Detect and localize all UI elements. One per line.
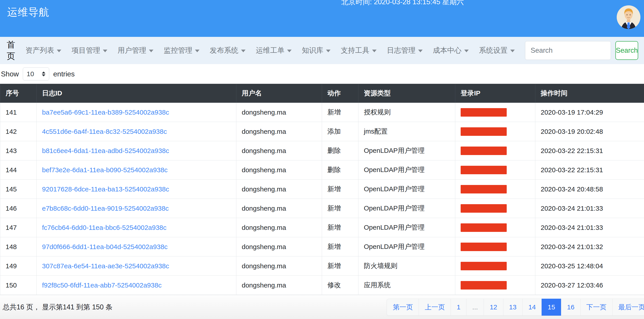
cell-time: 2020-03-19 17:04:29: [535, 103, 644, 122]
ip-redaction-block: [461, 281, 507, 290]
page-button[interactable]: ...: [466, 299, 484, 316]
cell-log-id: f92f8c50-6fdf-11ea-abb7-5254002a938c: [37, 276, 236, 295]
ip-redaction-block: [461, 223, 507, 232]
cell-action: 添加: [322, 122, 358, 141]
chevron-down-icon: [372, 50, 376, 52]
nav-item-6[interactable]: 知识库: [302, 45, 330, 55]
cell-resource: 授权规则: [358, 103, 455, 122]
cell-resource: 防火墙规则: [358, 257, 455, 276]
cell-action: 删除: [322, 160, 358, 180]
page-button[interactable]: 第一页: [386, 299, 419, 316]
nav-item-home[interactable]: 首页: [7, 39, 15, 62]
cell-user: dongsheng.ma: [236, 276, 322, 295]
cell-action: 新增: [322, 257, 358, 276]
log-id-link[interactable]: 97d0f666-6dd1-11ea-b04d-5254002a938c: [42, 243, 168, 250]
table-row: 149 307c87ea-6e54-11ea-ae3e-5254002a938c…: [0, 257, 644, 276]
cell-user: dongsheng.ma: [236, 160, 322, 180]
nav-item-0[interactable]: 资产列表: [26, 45, 61, 55]
chevron-down-icon: [57, 50, 61, 52]
nav-item-4[interactable]: 发布系统: [210, 45, 246, 55]
log-table-header: 序号日志ID用户名动作资源类型登录IP操作时间: [0, 84, 644, 103]
page-button[interactable]: 12: [484, 299, 503, 316]
page-button[interactable]: 16: [561, 299, 580, 316]
cell-log-id: 4c551d6e-6a4f-11ea-8c32-5254002a938c: [37, 122, 236, 141]
cell-log-id: fc76cb64-6dd0-11ea-bbc6-5254002a938c: [37, 218, 236, 237]
ip-redaction-block: [461, 204, 507, 213]
nav-item-10[interactable]: 系统设置: [479, 45, 515, 55]
table-row: 146 e7b8c68c-6dd0-11ea-9019-5254002a938c…: [0, 199, 644, 218]
nav-item-7[interactable]: 支持工具: [341, 45, 376, 55]
table-row: 143 b81c6ee4-6da1-11ea-adbd-5254002a938c…: [0, 141, 644, 160]
cell-resource: jms配置: [358, 122, 455, 141]
user-avatar[interactable]: [617, 5, 640, 29]
ip-redaction-block: [461, 166, 507, 174]
search-button[interactable]: Search: [616, 41, 638, 60]
page-button[interactable]: 13: [503, 299, 522, 316]
page-button[interactable]: 1: [450, 299, 466, 316]
pagination-summary: 总共16 页， 显示第141 到第 150 条: [0, 303, 112, 312]
nav-item-8[interactable]: 日志管理: [387, 45, 422, 55]
search-input[interactable]: [525, 41, 611, 60]
cell-seq: 150: [0, 276, 37, 295]
table-row: 141 ba7ee5a6-69c1-11ea-b389-5254002a938c…: [0, 103, 644, 122]
nav-item-1[interactable]: 项目管理: [72, 45, 107, 55]
chevron-down-icon: [326, 50, 330, 52]
log-id-link[interactable]: 4c551d6e-6a4f-11ea-8c32-5254002a938c: [42, 128, 167, 135]
top-header: 运维导航 北京时间: 2020-03-28 13:15:45 星期六: [0, 0, 644, 37]
cell-resource: OpenLDAP用户管理: [358, 160, 455, 180]
log-id-link[interactable]: e7b8c68c-6dd0-11ea-9019-5254002a938c: [42, 205, 169, 212]
page-button[interactable]: 上一页: [418, 299, 451, 316]
nav-menus: 资产列表 项目管理 用户管理 监控管理 发布系统 运维工单 知识库 支持工具 日…: [26, 45, 525, 55]
table-row: 145 92017628-6dce-11ea-ba13-5254002a938c…: [0, 180, 644, 199]
log-id-link[interactable]: 92017628-6dce-11ea-ba13-5254002a938c: [42, 185, 169, 193]
nav-item-3[interactable]: 监控管理: [164, 45, 200, 55]
cell-seq: 145: [0, 180, 37, 199]
cell-action: 新增: [322, 218, 358, 237]
cell-login-ip: [455, 180, 535, 199]
chevron-down-icon: [287, 50, 292, 52]
log-id-link[interactable]: ba7ee5a6-69c1-11ea-b389-5254002a938c: [42, 109, 169, 116]
cell-login-ip: [455, 160, 535, 180]
cell-seq: 147: [0, 218, 37, 237]
column-header: 日志ID: [37, 84, 236, 103]
cell-user: dongsheng.ma: [236, 180, 322, 199]
cell-login-ip: [455, 122, 535, 141]
chevron-down-icon: [510, 50, 515, 52]
nav-item-9[interactable]: 成本中心: [433, 45, 469, 55]
cell-seq: 144: [0, 160, 37, 180]
cell-time: 2020-03-22 22:15:31: [535, 141, 644, 160]
log-id-link[interactable]: fc76cb64-6dd0-11ea-bbc6-5254002a938c: [42, 224, 166, 231]
log-id-link[interactable]: 307c87ea-6e54-11ea-ae3e-5254002a938c: [42, 262, 169, 270]
cell-login-ip: [455, 257, 535, 276]
column-header: 资源类型: [358, 84, 455, 103]
cell-action: 新增: [322, 237, 358, 257]
cell-resource: OpenLDAP用户管理: [358, 237, 455, 257]
page-button[interactable]: 14: [522, 299, 542, 316]
cell-log-id: bef73e2e-6da1-11ea-b090-5254002a938c: [37, 160, 236, 180]
cell-seq: 141: [0, 103, 37, 122]
cell-seq: 142: [0, 122, 37, 141]
log-id-link[interactable]: b81c6ee4-6da1-11ea-adbd-5254002a938c: [42, 147, 169, 154]
cell-seq: 143: [0, 141, 37, 160]
cell-user: dongsheng.ma: [236, 199, 322, 218]
ip-redaction-block: [461, 243, 507, 251]
chevron-down-icon: [464, 50, 469, 52]
cell-log-id: 307c87ea-6e54-11ea-ae3e-5254002a938c: [37, 257, 236, 276]
cell-seq: 148: [0, 237, 37, 257]
page-button[interactable]: 最后一页: [612, 299, 644, 316]
cell-resource: OpenLDAP用户管理: [358, 199, 455, 218]
log-id-link[interactable]: f92f8c50-6fdf-11ea-abb7-5254002a938c: [42, 282, 162, 289]
page-button-current[interactable]: 15: [542, 299, 561, 316]
log-id-link[interactable]: bef73e2e-6da1-11ea-b090-5254002a938c: [42, 166, 168, 174]
column-header: 动作: [322, 84, 358, 103]
app-title: 运维导航: [7, 6, 49, 18]
nav-item-2[interactable]: 用户管理: [118, 45, 154, 55]
cell-action: 修改: [322, 276, 358, 295]
ip-redaction-block: [461, 147, 507, 155]
cell-action: 删除: [322, 141, 358, 160]
chevron-down-icon: [149, 50, 154, 52]
show-label: Show: [1, 70, 19, 78]
page-length-select[interactable]: 10: [23, 67, 49, 80]
page-button[interactable]: 下一页: [580, 299, 612, 316]
nav-item-5[interactable]: 运维工单: [256, 45, 292, 55]
